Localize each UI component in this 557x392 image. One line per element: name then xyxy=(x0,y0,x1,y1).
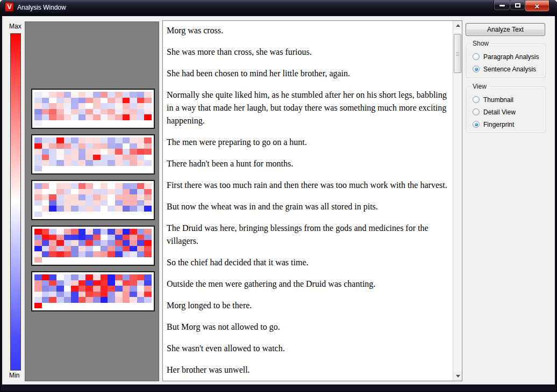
scroll-up-button[interactable] xyxy=(453,21,462,30)
radio-option-fingerprint[interactable]: Fingerprint xyxy=(467,118,545,130)
fingerprint-cell xyxy=(42,280,49,286)
paragraph: Normally she quite liked him, as he stum… xyxy=(167,89,448,127)
fingerprint-cell xyxy=(137,109,145,115)
fingerprint-cell xyxy=(71,206,78,212)
fingerprint-cell xyxy=(85,229,93,235)
fingerprint-cell xyxy=(34,189,42,195)
fingerprint-cell xyxy=(42,246,49,252)
fingerprint-cell xyxy=(101,137,108,143)
radio-icon[interactable] xyxy=(473,121,480,128)
fingerprint-cell xyxy=(49,92,56,98)
fingerprint-cell xyxy=(93,274,101,280)
fingerprint-cell xyxy=(108,114,115,120)
fingerprint-cell xyxy=(49,189,56,195)
fingerprint-cell xyxy=(108,274,115,280)
fingerprint-cell xyxy=(115,160,123,166)
fingerprint-cell xyxy=(78,155,86,161)
fingerprint-cell xyxy=(123,114,130,120)
radio-option-detail-view[interactable]: Detail View xyxy=(467,106,545,118)
fingerprint-cell xyxy=(64,246,72,252)
fingerprint-cell xyxy=(49,280,56,286)
fingerprint-cell xyxy=(85,109,93,115)
fingerprint-cell xyxy=(137,246,145,252)
fingerprint-cell xyxy=(108,194,115,200)
radio-icon[interactable] xyxy=(473,96,480,103)
radio-icon[interactable] xyxy=(473,53,480,60)
fingerprint-cell xyxy=(93,155,101,161)
fingerprint-thumbnail-4[interactable] xyxy=(31,226,155,266)
fingerprint-cell xyxy=(108,206,115,212)
fingerprint-row xyxy=(34,143,152,149)
fingerprint-cell xyxy=(49,194,56,200)
fingerprint-thumbnail-2[interactable] xyxy=(31,134,155,175)
fingerprint-cell xyxy=(93,229,101,235)
fingerprint-cell xyxy=(130,194,137,200)
minimize-button[interactable] xyxy=(494,1,510,11)
fingerprint-cell xyxy=(108,189,115,195)
radio-option-sentence-analysis[interactable]: Sentence Analysis xyxy=(467,63,545,75)
radio-option-thumbnail[interactable]: Thumbnail xyxy=(467,93,545,106)
fingerprint-cell xyxy=(49,109,56,115)
analyze-text-button[interactable]: Analyze Text xyxy=(466,23,545,36)
scrollbar-thumb[interactable] xyxy=(454,34,461,73)
close-button[interactable]: × xyxy=(525,1,549,12)
fingerprint-cell xyxy=(42,240,49,246)
fingerprint-cell xyxy=(34,200,42,206)
fingerprint-cell xyxy=(93,103,101,109)
fingerprint-cell xyxy=(71,246,78,252)
fingerprint-cell xyxy=(49,246,56,252)
fingerprint-cell xyxy=(101,240,108,246)
fingerprint-cell xyxy=(144,297,152,303)
fingerprint-cell xyxy=(56,155,64,161)
fingerprint-row xyxy=(34,183,152,189)
fingerprint-cell xyxy=(144,183,152,189)
fingerprint-cell xyxy=(64,183,72,189)
fingerprint-cell xyxy=(71,280,78,286)
fingerprint-row xyxy=(34,286,152,292)
fingerprint-cell xyxy=(42,251,49,257)
fingerprint-cell xyxy=(85,280,93,286)
fingerprint-cell xyxy=(85,143,93,149)
show-group-label: Show xyxy=(471,40,490,47)
fingerprint-cell xyxy=(101,251,108,257)
fingerprint-cell xyxy=(93,297,101,303)
fingerprint-cell xyxy=(108,160,115,166)
fingerprint-row xyxy=(34,149,152,155)
fingerprint-cell xyxy=(115,183,123,189)
document-text[interactable]: Morg was cross.She was more than cross, … xyxy=(163,21,453,381)
title-bar[interactable]: V Analysis Window × xyxy=(0,0,557,16)
radio-icon[interactable] xyxy=(473,66,480,72)
fingerprint-cell xyxy=(93,200,101,206)
fingerprint-cell xyxy=(115,206,123,212)
fingerprint-cell xyxy=(42,206,49,212)
maximize-button[interactable] xyxy=(510,1,525,11)
fingerprint-cell xyxy=(130,251,137,257)
fingerprint-row xyxy=(34,109,152,115)
fingerprint-cell xyxy=(71,274,78,280)
fingerprint-thumbnail-1[interactable] xyxy=(31,89,155,129)
fingerprint-row xyxy=(34,114,152,120)
radio-icon[interactable] xyxy=(473,108,480,115)
fingerprint-row xyxy=(34,235,152,241)
fingerprint-cell xyxy=(78,251,86,257)
fingerprint-thumbnail-3[interactable] xyxy=(31,180,155,220)
fingerprint-cell xyxy=(137,206,145,212)
fingerprint-cell xyxy=(34,120,42,126)
fingerprint-row xyxy=(34,251,152,257)
fingerprint-cell xyxy=(93,98,101,104)
vertical-scrollbar[interactable] xyxy=(453,21,462,381)
scroll-down-button[interactable] xyxy=(453,372,462,381)
fingerprint-cell xyxy=(144,109,152,115)
fingerprint-cell xyxy=(34,292,42,297)
fingerprint-cell xyxy=(78,200,86,206)
radio-option-paragraph-analysis[interactable]: Paragraph Analysis xyxy=(467,50,545,63)
fingerprint-row xyxy=(34,297,152,303)
fingerprint-thumbnail-5[interactable] xyxy=(31,271,155,311)
fingerprint-cell xyxy=(71,200,78,206)
fingerprint-cell xyxy=(85,286,93,292)
fingerprint-cell xyxy=(115,92,123,98)
fingerprint-cell xyxy=(49,286,56,292)
fingerprint-row xyxy=(34,229,152,235)
fingerprint-cell xyxy=(78,229,86,235)
fingerprint-cell xyxy=(34,297,42,303)
